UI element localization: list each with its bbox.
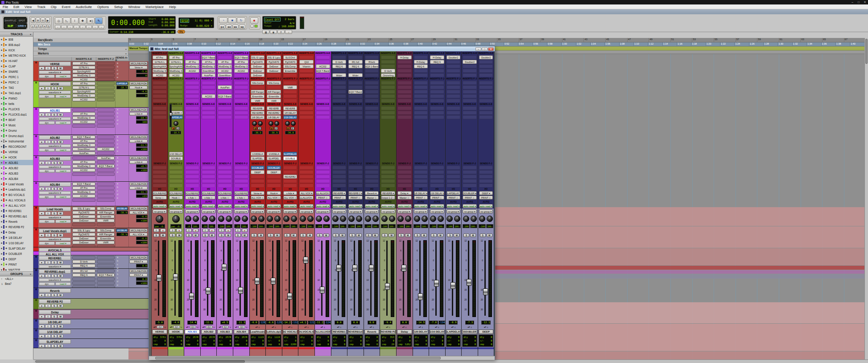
- strip-name[interactable]: DEEP: [479, 330, 494, 334]
- insert-plugin-button[interactable]: AT Pro: [185, 60, 199, 64]
- strip-mute-button[interactable]: M: [454, 234, 459, 237]
- volume-readout[interactable]: -12.1: [481, 321, 491, 325]
- send-assignment-button[interactable]: 1/8 DELAY: [283, 111, 298, 115]
- track-view-selector[interactable]: waveform ▾: [39, 91, 71, 94]
- insert-slot-empty[interactable]: [97, 168, 115, 172]
- empty-slot[interactable]: [267, 179, 281, 183]
- edit-track-reverb1[interactable]: REVERB1●ISMwaveform ▾dynread ▾D-VerbREQ …: [33, 255, 149, 269]
- track-output-selector[interactable]: v Ads ▾: [129, 186, 148, 190]
- track-dyn-button[interactable]: dyn: [39, 95, 55, 98]
- track-list-item-lead-vocals[interactable]: ✚Lead Vocals: [0, 181, 33, 187]
- send-mute-button[interactable]: M: [286, 127, 290, 130]
- empty-slot[interactable]: [463, 111, 477, 115]
- pan-knob-right[interactable]: [405, 216, 411, 222]
- pan-value-left[interactable]: ‹100: [218, 224, 225, 228]
- insert-slot-empty[interactable]: [97, 82, 115, 85]
- insert-plugin-button[interactable]: IR1 full: [348, 60, 363, 64]
- insert-slot-empty[interactable]: [97, 94, 115, 97]
- insert-plugin-button[interactable]: DeEsser: [251, 69, 265, 73]
- track-solo-button[interactable]: S: [51, 261, 57, 264]
- strip-mute-button[interactable]: M: [356, 234, 362, 237]
- pan-value-right[interactable]: 100›: [274, 224, 281, 228]
- group-assignment-selector[interactable]: no group ▾: [267, 209, 281, 213]
- strip-up-arrow-icon[interactable]: ▴▾: [219, 325, 221, 328]
- strip-input-selector[interactable]: REVERB ▾: [332, 191, 347, 195]
- send-mute-button[interactable]: M: [253, 127, 257, 130]
- track-output-selector[interactable]: Hook ▾: [129, 86, 148, 89]
- pan-value-left[interactable]: ‹100: [413, 224, 421, 228]
- empty-slot[interactable]: [365, 179, 379, 183]
- track-input-selector[interactable]: MIC/LINE/HIZ▾: [129, 182, 148, 186]
- empty-slot[interactable]: [153, 85, 167, 89]
- strip-input-selector[interactable]: REVERB ▾: [381, 191, 395, 195]
- empty-slot[interactable]: [463, 85, 477, 89]
- mode-grid-button[interactable]: GRID ▾: [17, 23, 27, 28]
- empty-slot[interactable]: [381, 179, 395, 183]
- track-input-selector[interactable]: MIC/LINE/HIZ▾: [129, 207, 148, 210]
- empty-slot[interactable]: [251, 175, 265, 179]
- insert-plugin-button[interactable]: SSL E Lgcy: [267, 55, 281, 59]
- fader-thumb[interactable]: [303, 257, 308, 263]
- strip-output-selector[interactable]: PRINT ⊹: [316, 196, 330, 200]
- empty-slot[interactable]: [479, 115, 493, 119]
- insert-slot-empty[interactable]: [72, 108, 95, 112]
- track-S-button[interactable]: S: [51, 304, 57, 308]
- pan-value-right[interactable]: 100›: [372, 224, 379, 228]
- group-assignment-selector[interactable]: no group ▾: [414, 209, 428, 213]
- track-M-button[interactable]: M: [58, 334, 63, 338]
- pan-knob-left[interactable]: [479, 216, 485, 222]
- empty-slot[interactable]: [153, 94, 167, 98]
- insert-plugin[interactable]: EQ3 7-Band: [72, 182, 95, 186]
- strip-output-selector[interactable]: v Ads ⊹: [234, 196, 248, 200]
- track-input-button[interactable]: I: [45, 67, 51, 70]
- insert-slot-empty[interactable]: [97, 172, 115, 176]
- empty-slot[interactable]: [446, 69, 461, 73]
- track-output-selector[interactable]: v Ads ▾: [129, 139, 148, 143]
- edit-track-lead-vocals[interactable]: Lead Vocals●ISMwaveform ▾dynread ▾SSL E …: [33, 206, 149, 228]
- track-name[interactable]: REVERB1: [39, 256, 71, 260]
- track-I-button[interactable]: I: [45, 315, 51, 318]
- empty-slot[interactable]: [332, 106, 347, 110]
- empty-slot[interactable]: [185, 115, 199, 119]
- track-record-button[interactable]: ●: [39, 140, 45, 144]
- empty-slot[interactable]: [463, 55, 477, 59]
- insert-slot-empty[interactable]: [97, 98, 115, 101]
- edit-track-adlib4[interactable]: ADLIB4●ISMwaveform ▾dynread ▾EQ3 7-BandA…: [33, 182, 149, 206]
- edit-track-avocals[interactable]: AVOCALS: [33, 247, 149, 251]
- insert-plugin[interactable]: D-Verb: [72, 260, 95, 263]
- track-list-item-reverb[interactable]: ✚Reverb: [0, 219, 33, 224]
- empty-slot[interactable]: [365, 85, 379, 89]
- pan-value-right[interactable]: 100›: [241, 224, 248, 228]
- empty-slot[interactable]: [316, 81, 330, 85]
- pan-value-left[interactable]: ‹100: [446, 224, 453, 228]
- edit-track-delay[interactable]: Delay●ISM: [33, 309, 149, 319]
- track-list-item-bells[interactable]: ▶bells: [0, 101, 33, 106]
- empty-slot[interactable]: [479, 94, 493, 98]
- empty-slot[interactable]: [397, 115, 412, 119]
- strip-mute-button[interactable]: M: [372, 234, 378, 237]
- empty-slot[interactable]: [185, 85, 199, 89]
- insert-plugin[interactable]: VMR: [97, 241, 115, 244]
- strip-mute-button[interactable]: M: [307, 234, 313, 237]
- fader-thumb[interactable]: [401, 265, 406, 271]
- tempo-value[interactable]: ♩ 160.0000: [278, 25, 294, 28]
- strip-output-selector[interactable]: Master ⊹: [397, 196, 412, 200]
- pan-knob-right[interactable]: [389, 216, 395, 222]
- send-slot-e[interactable]: e: [116, 284, 128, 287]
- track-input-button[interactable]: I: [45, 187, 51, 191]
- strip-name[interactable]: REVERB1: [332, 330, 347, 334]
- empty-slot[interactable]: [283, 179, 298, 183]
- track-solo-button[interactable]: S: [51, 67, 57, 70]
- track-read-button[interactable]: read ▾: [55, 95, 71, 98]
- insert-plugin[interactable]: 1176LN L: [72, 66, 95, 69]
- empty-slot[interactable]: [463, 166, 477, 170]
- send-slot-e[interactable]: e: [116, 171, 128, 174]
- send-level-knob[interactable]: [269, 121, 273, 126]
- empty-slot[interactable]: [463, 90, 477, 94]
- track-read-button[interactable]: read ▾: [55, 242, 71, 245]
- empty-slot[interactable]: [153, 175, 167, 179]
- insert-plugin-button[interactable]: REQ 6: [414, 64, 428, 68]
- track-list-item-clap[interactable]: ▶CLAP: [0, 63, 33, 69]
- send-slot-a[interactable]: a: [116, 269, 128, 273]
- insert-slot-empty[interactable]: [72, 223, 95, 226]
